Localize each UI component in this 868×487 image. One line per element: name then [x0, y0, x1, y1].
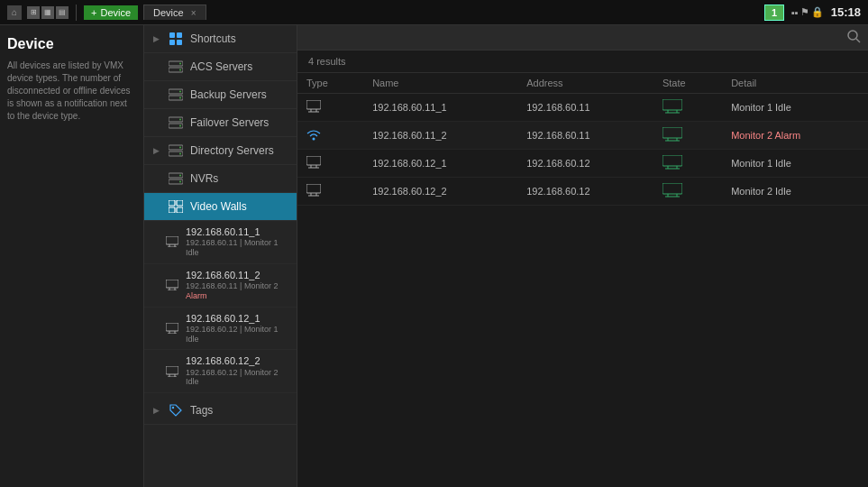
sidebar-item-label: Failover Servers [190, 116, 269, 129]
monitor-icon [166, 322, 178, 335]
cell-type [297, 122, 363, 150]
sidebar-item-nvrs[interactable]: ▶ NVRs [144, 165, 297, 193]
shortcuts-icon [169, 32, 183, 46]
svg-point-22 [179, 175, 181, 177]
monitor-icon [166, 365, 178, 378]
sidebar-item-directory-servers[interactable]: ▶ Directory Servers [144, 137, 297, 165]
chevron-icon: ▶ [153, 406, 160, 415]
topbar-left: ⌂ ⊞ ▦ ▤ + Device Device × [7, 5, 206, 21]
sidebar-item-acs-servers[interactable]: ▶ ACS Servers [144, 53, 297, 81]
subitem-name: 192.168.60.11_1 [186, 226, 278, 238]
device-tab[interactable]: Device × [143, 5, 206, 20]
cell-address: 192.168.60.12 [517, 150, 653, 178]
col-state: State [653, 73, 722, 94]
svg-rect-64 [662, 155, 682, 166]
page-title: Device [7, 36, 136, 52]
app-switcher: ⊞ ▦ ▤ [27, 6, 69, 19]
svg-rect-27 [177, 207, 183, 213]
content-area: 4 results Type Name Address State Detail… [297, 25, 868, 487]
sidebar-item-backup-servers[interactable]: ▶ Backup Servers [144, 81, 297, 109]
sidebar-item-label: ACS Servers [190, 60, 252, 73]
video-walls-icon [169, 199, 183, 214]
sidebar-item-label: Backup Servers [190, 88, 267, 101]
apps-list-icon[interactable]: ▦ [41, 6, 54, 19]
apps-tile-icon[interactable]: ▤ [56, 6, 69, 19]
table-header: Type Name Address State Detail [297, 73, 868, 94]
add-device-button[interactable]: + Device [84, 5, 138, 20]
sidebar-subitem-vw4[interactable]: 192.168.60.12_2 192.168.60.12 | Monitor … [144, 350, 297, 393]
search-input[interactable] [305, 31, 841, 44]
table-row[interactable]: 192.168.60.12_2192.168.60.12Monitor 2 Id… [297, 178, 868, 206]
sidebar-item-tags[interactable]: ▶ Tags [144, 397, 297, 425]
svg-rect-2 [169, 40, 175, 45]
svg-rect-1 [177, 32, 182, 38]
lock-icon: 🔒 [811, 6, 824, 18]
svg-line-46 [856, 39, 860, 42]
subitem-state: Idle [186, 248, 278, 258]
table-row[interactable]: 192.168.60.11_1192.168.60.11Monitor 1 Id… [297, 94, 868, 122]
cell-address: 192.168.60.11 [517, 94, 653, 122]
sidebar-item-label: Directory Servers [190, 144, 274, 157]
cell-state [653, 122, 722, 150]
col-detail: Detail [722, 73, 868, 94]
sidebar-item-shortcuts[interactable]: ▶ Shortcuts [144, 25, 297, 53]
sidebar-subitem-vw2[interactable]: 192.168.60.11_2 192.168.60.11 | Monitor … [144, 264, 297, 308]
svg-rect-28 [166, 236, 178, 244]
svg-point-44 [172, 407, 174, 409]
col-type: Type [297, 73, 363, 94]
subitem-name: 192.168.60.12_1 [186, 313, 278, 325]
home-icon[interactable]: ⌂ [7, 5, 22, 20]
chevron-icon: ▶ [153, 146, 160, 155]
directory-servers-icon [169, 143, 183, 158]
cell-type [297, 178, 363, 206]
svg-rect-3 [177, 40, 182, 45]
svg-point-19 [179, 153, 181, 155]
subitem-name: 192.168.60.11_2 [186, 270, 278, 281]
left-panel: Device All devices are listed by VMX dev… [0, 25, 144, 487]
system-icons: ▪▪ ⚑ 🔒 [791, 6, 824, 18]
sidebar-item-label: NVRs [190, 172, 218, 185]
sidebar-item-video-walls[interactable]: ▶ Video Walls [144, 193, 297, 221]
sidebar-item-label: Shortcuts [190, 32, 236, 45]
svg-rect-36 [166, 323, 178, 331]
nvrs-icon [169, 171, 183, 186]
topbar-right: 1 ▪▪ ⚑ 🔒 15:18 [764, 5, 861, 21]
svg-rect-24 [169, 200, 175, 206]
sidebar-item-label: Video Walls [190, 200, 247, 213]
cell-type [297, 94, 363, 122]
svg-point-55 [313, 138, 315, 141]
subitem-detail: 192.168.60.11 | Monitor 2 [186, 281, 278, 291]
subitem-detail: 192.168.60.11 | Monitor 1 [186, 238, 278, 248]
monitor-icon [166, 279, 178, 291]
close-tab-icon[interactable]: × [191, 8, 196, 18]
table-row[interactable]: 192.168.60.11_2192.168.60.11Monitor 2 Al… [297, 122, 868, 150]
results-count: 4 results [297, 51, 868, 73]
chevron-icon: ▶ [153, 34, 160, 43]
svg-point-11 [179, 97, 181, 99]
apps-grid-icon[interactable]: ⊞ [27, 6, 40, 19]
svg-rect-68 [306, 184, 321, 193]
subitem-detail: 192.168.60.12 | Monitor 2 [186, 368, 278, 378]
sidebar-subitem-vw3[interactable]: 192.168.60.12_1 192.168.60.12 | Monitor … [144, 308, 297, 351]
svg-point-15 [179, 125, 181, 127]
svg-rect-47 [306, 100, 321, 109]
subitem-detail: 192.168.60.12 | Monitor 1 [186, 325, 278, 335]
sidebar-item-failover-servers[interactable]: ▶ Failover Servers [144, 109, 297, 137]
svg-rect-40 [166, 366, 178, 374]
subitem-name: 192.168.60.12_2 [186, 355, 278, 367]
svg-point-23 [179, 181, 181, 183]
svg-rect-0 [169, 32, 175, 38]
results-table-container: Type Name Address State Detail 192.168.6… [297, 73, 868, 487]
table-row[interactable]: 192.168.60.12_1192.168.60.12Monitor 1 Id… [297, 150, 868, 178]
notification-badge: 1 [764, 5, 784, 21]
svg-rect-32 [166, 280, 178, 288]
table-body: 192.168.60.11_1192.168.60.11Monitor 1 Id… [297, 94, 868, 206]
cell-name: 192.168.60.12_1 [363, 150, 517, 178]
search-button[interactable] [846, 29, 861, 46]
sidebar-subitem-vw1[interactable]: 192.168.60.11_1 192.168.60.11 | Monitor … [144, 221, 297, 264]
topbar: ⌂ ⊞ ▦ ▤ + Device Device × 1 ▪▪ ⚑ 🔒 15:18 [0, 0, 868, 25]
monitor-status-icon: ▪▪ [791, 7, 799, 18]
svg-rect-60 [306, 156, 321, 165]
acs-servers-icon [169, 60, 183, 74]
alert-icon: ⚑ [800, 6, 809, 18]
